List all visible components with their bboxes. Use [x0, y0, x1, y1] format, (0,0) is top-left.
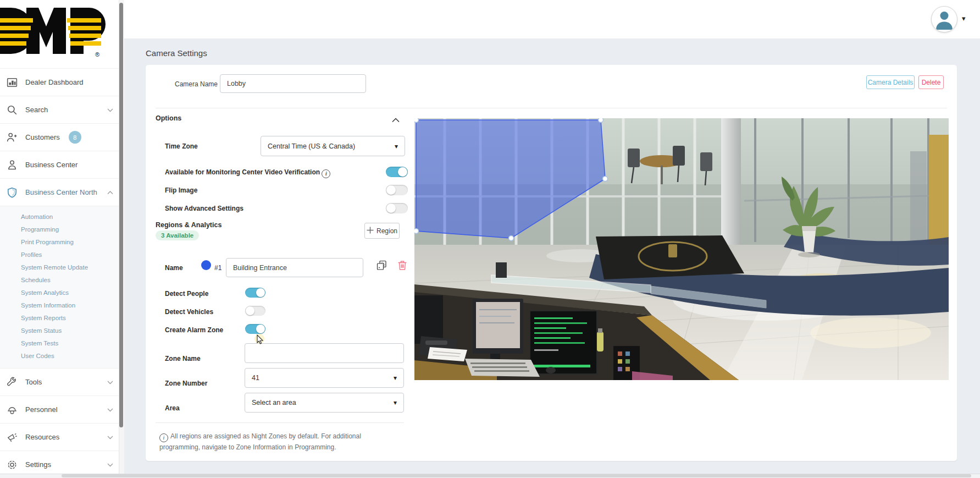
megaphone-icon [7, 432, 18, 443]
region-name-label: Name [165, 264, 183, 272]
regions-section-title: Regions & Analytics [156, 221, 222, 229]
flip-image-label: Flip Image [165, 186, 197, 194]
region-handle [414, 118, 419, 123]
sidebar-item-resources[interactable]: Resources [0, 423, 119, 450]
dmp-logo[interactable]: ® [0, 3, 107, 58]
sidebar-item-business-center[interactable]: Business Center [0, 151, 119, 178]
gear-icon [7, 459, 18, 470]
sidebar-item-tools[interactable]: Tools [0, 368, 119, 395]
area-select[interactable]: Select an area ▾ [245, 393, 404, 413]
avatar-person-icon [932, 7, 957, 32]
zone-number-value: 41 [252, 374, 259, 382]
sidebar-subitem-system-analytics[interactable]: System Analytics [0, 287, 119, 299]
sidebar-subitem-automation[interactable]: Automation [0, 211, 119, 223]
sidebar-item-search[interactable]: Search [0, 96, 119, 123]
region-overlay[interactable] [414, 118, 949, 380]
customers-count-badge: 8 [69, 131, 81, 144]
area-label: Area [165, 404, 180, 412]
chevron-down-icon [107, 378, 113, 386]
sidebar-item-customers[interactable]: Customers 8 [0, 123, 119, 151]
camera-video-frame[interactable] [414, 118, 949, 380]
options-section-title: Options [156, 114, 181, 122]
sidebar-subitem-programming[interactable]: Programming [0, 223, 119, 236]
sidebar-item-label: Resources [25, 433, 59, 441]
delete-region-trash-icon[interactable] [397, 260, 407, 273]
sidebar-item-label: Business Center [25, 161, 77, 169]
time-zone-label: Time Zone [165, 142, 198, 150]
options-collapse-chevron-up-icon[interactable] [392, 115, 400, 125]
sidebar-item-label: Settings [25, 460, 51, 469]
zone-name-input[interactable] [245, 343, 404, 363]
zone-number-label: Zone Number [165, 380, 207, 387]
advanced-settings-toggle[interactable] [386, 203, 408, 213]
select-caret-icon: ▾ [394, 399, 397, 406]
avatar-menu-caret[interactable]: ▾ [962, 14, 966, 23]
chevron-up-icon [107, 188, 113, 196]
region-handle [603, 177, 608, 182]
wrench-icon [7, 377, 18, 388]
mouse-cursor [253, 333, 265, 349]
sidebar-item-label: Customers [25, 133, 60, 141]
sidebar-subitem-system-reports[interactable]: System Reports [0, 312, 119, 325]
zone-name-label: Zone Name [165, 355, 201, 362]
sidebar-item-dealer-dashboard[interactable]: Dealer Dashboard [0, 68, 119, 96]
sidebar-subitem-system-remote-update[interactable]: System Remote Update [0, 261, 119, 274]
delete-camera-button[interactable]: Delete [918, 75, 944, 89]
horizontal-scrollbar-thumb[interactable] [62, 474, 971, 477]
detect-people-toggle[interactable] [245, 288, 265, 298]
region-name-input[interactable] [226, 258, 363, 277]
camera-details-button[interactable]: Camera Details [866, 75, 915, 89]
detect-vehicles-label: Detect Vehicles [165, 308, 213, 316]
region-handle [599, 118, 603, 123]
create-alarm-zone-toggle[interactable] [245, 324, 265, 334]
detect-people-label: Detect People [165, 290, 208, 298]
camera-name-input[interactable] [220, 74, 366, 93]
chevron-down-icon [107, 106, 113, 114]
camera-settings-card: Camera Name Camera Details Delete Option… [146, 65, 957, 461]
sidebar-subitem-user-codes[interactable]: User Codes [0, 350, 119, 362]
time-zone-select[interactable]: Central Time (US & Canada) ▾ [261, 136, 405, 156]
video-verification-toggle[interactable] [386, 167, 408, 177]
video-verification-label: Available for Monitoring Center Video Ve… [165, 168, 330, 178]
region-handle [509, 236, 514, 241]
registered-mark: ® [95, 51, 99, 58]
page-title: Camera Settings [146, 48, 207, 58]
sidebar-item-label: Tools [25, 378, 42, 386]
search-icon [7, 105, 18, 116]
sidebar-subitem-print-programming[interactable]: Print Programming [0, 236, 119, 249]
sidebar-subitem-profiles[interactable]: Profiles [0, 249, 119, 261]
sidebar-subitem-system-information[interactable]: System Information [0, 299, 119, 312]
flip-image-toggle[interactable] [386, 185, 408, 195]
select-caret-icon: ▾ [394, 374, 397, 382]
region-polygon [416, 120, 605, 238]
chevron-down-icon [107, 460, 113, 469]
sidebar-item-label: Personnel [25, 405, 58, 414]
detect-vehicles-toggle[interactable] [245, 306, 265, 316]
sidebar-subitem-system-tests[interactable]: System Tests [0, 337, 119, 350]
region-number: #1 [214, 264, 222, 272]
divider [156, 422, 404, 423]
sidebar: ® Dealer Dashboard [0, 0, 119, 478]
sidebar-item-label: Search [25, 106, 48, 114]
sidebar-scrollbar-thumb[interactable] [119, 3, 123, 427]
add-region-button[interactable]: Region [364, 223, 400, 239]
region-color-dot[interactable] [201, 260, 211, 270]
user-avatar[interactable] [931, 6, 957, 32]
info-icon: i [159, 433, 168, 442]
sidebar-item-label: Dealer Dashboard [25, 78, 84, 86]
info-icon[interactable]: i [322, 169, 330, 178]
region-handle [414, 229, 419, 234]
select-caret-icon: ▾ [395, 142, 398, 150]
sidebar-item-personnel[interactable]: Personnel [0, 395, 119, 423]
advanced-settings-label: Show Advanced Settings [165, 205, 243, 212]
sidebar-item-business-center-north[interactable]: Business Center North [0, 178, 119, 206]
camera-name-label: Camera Name [175, 80, 218, 88]
zone-number-select[interactable]: 41 ▾ [245, 368, 404, 388]
regions-available-badge: 3 Available [156, 230, 199, 240]
copy-region-icon[interactable] [377, 260, 387, 273]
sidebar-subitem-schedules[interactable]: Schedules [0, 274, 119, 287]
chevron-down-icon [107, 433, 113, 441]
shield-icon [7, 187, 18, 198]
sidebar-subitem-system-status[interactable]: System Status [0, 325, 119, 337]
create-alarm-zone-label: Create Alarm Zone [165, 326, 223, 334]
